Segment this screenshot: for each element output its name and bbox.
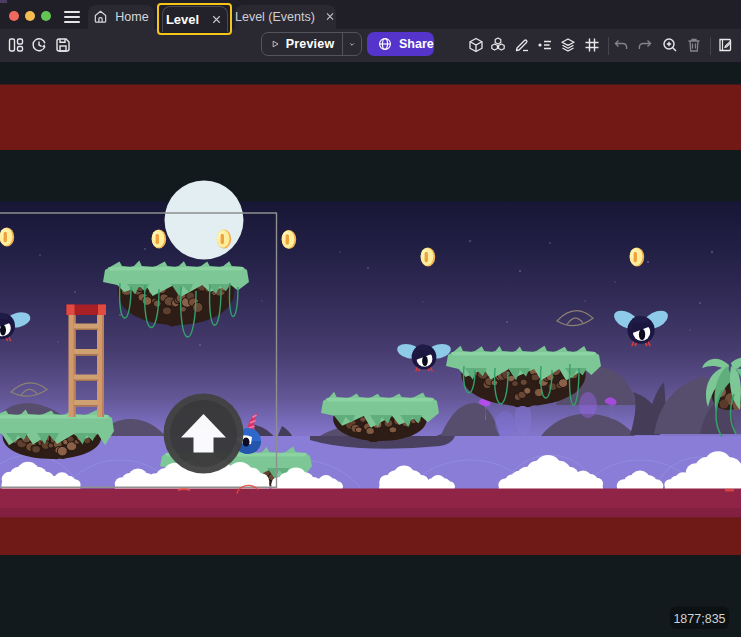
svg-text:1877;835: 1877;835 xyxy=(673,612,725,626)
